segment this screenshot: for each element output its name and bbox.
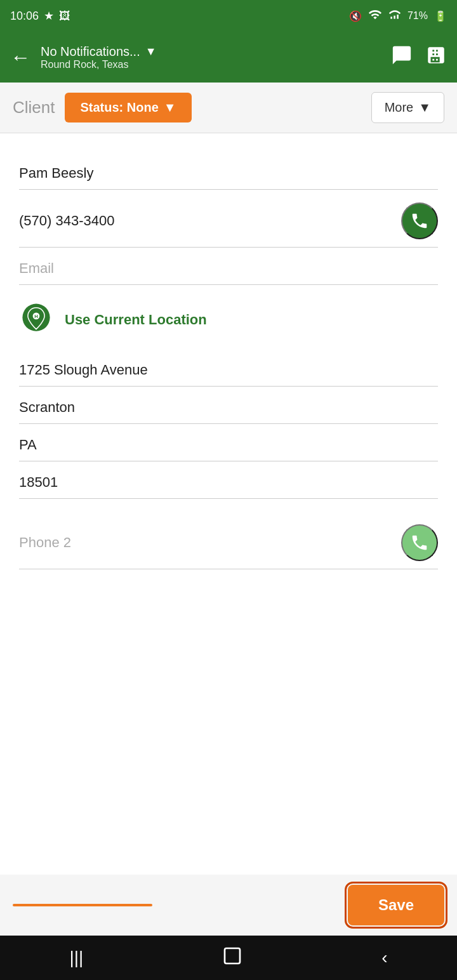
nav-bar: ||| ‹ <box>0 936 457 980</box>
back-button[interactable]: ← <box>10 46 30 69</box>
phone-call-button[interactable] <box>401 202 438 239</box>
image-icon: 🖼 <box>59 10 70 23</box>
phone-value[interactable]: (570) 343-3400 <box>19 213 401 229</box>
state-field: PA <box>19 424 438 461</box>
zip-value[interactable]: 18501 <box>19 474 438 491</box>
phone2-call-button[interactable] <box>401 524 438 561</box>
dropdown-icon[interactable]: ▼ <box>145 45 157 58</box>
back-nav-icon[interactable]: ‹ <box>381 948 387 968</box>
name-field: Pam Beesly <box>19 152 438 190</box>
home-icon[interactable] <box>222 946 242 970</box>
location-icon: H <box>19 303 53 337</box>
svg-rect-0 <box>397 15 399 19</box>
calculator-icon[interactable] <box>425 44 447 70</box>
save-button[interactable]: Save <box>348 885 444 925</box>
app-bar: ← No Notifications... ▼ Round Rock, Texa… <box>0 32 457 83</box>
svg-rect-1 <box>394 16 395 19</box>
battery-icon: 🔋 <box>434 10 447 22</box>
phone2-placeholder[interactable]: Phone 2 <box>19 534 401 551</box>
app-bar-actions <box>391 44 447 70</box>
toolbar: Client Status: None ▼ More ▼ <box>0 83 457 133</box>
progress-indicator <box>13 904 152 906</box>
client-label: Client <box>13 98 55 117</box>
title-text: No Notifications... <box>41 44 140 59</box>
status-bar-left: 10:06 ★ 🖼 <box>10 9 70 23</box>
recent-apps-icon[interactable]: ||| <box>69 948 83 968</box>
time-label: 10:06 <box>10 10 39 23</box>
star-icon: ★ <box>44 9 54 23</box>
bottom-bar: Save <box>0 875 457 936</box>
form-area: Pam Beesly (570) 343-3400 Email H Use Cu… <box>0 133 457 671</box>
chat-icon[interactable] <box>391 44 413 70</box>
app-bar-title: No Notifications... ▼ <box>41 44 391 59</box>
address-value[interactable]: 1725 Slough Avenue <box>19 362 438 378</box>
state-value[interactable]: PA <box>19 437 438 453</box>
svg-rect-6 <box>225 948 240 963</box>
more-label: More <box>385 100 414 115</box>
location-row[interactable]: H Use Current Location <box>19 285 438 349</box>
city-field: Scranton <box>19 387 438 424</box>
status-button[interactable]: Status: None ▼ <box>65 93 191 122</box>
city-value[interactable]: Scranton <box>19 399 438 416</box>
address-field: 1725 Slough Avenue <box>19 349 438 387</box>
app-bar-title-group: No Notifications... ▼ Round Rock, Texas <box>41 44 391 70</box>
zip-field: 18501 <box>19 461 438 499</box>
status-dropdown-icon: ▼ <box>164 100 176 115</box>
location-label: Use Current Location <box>65 312 207 328</box>
app-bar-subtitle: Round Rock, Texas <box>41 59 391 70</box>
phone2-field: Phone 2 <box>19 512 438 569</box>
svg-text:H: H <box>34 314 38 319</box>
status-label: Status: None <box>80 100 158 115</box>
email-placeholder[interactable]: Email <box>19 260 438 277</box>
mute-icon: 🔇 <box>349 10 362 22</box>
email-field: Email <box>19 248 438 285</box>
status-bar-right: 🔇 71% 🔋 <box>349 8 447 24</box>
signal-icon <box>388 8 401 23</box>
more-button[interactable]: More ▼ <box>371 92 444 123</box>
wifi-icon <box>368 8 382 24</box>
more-dropdown-icon: ▼ <box>418 100 431 115</box>
status-bar: 10:06 ★ 🖼 🔇 71% 🔋 <box>0 0 457 32</box>
name-value[interactable]: Pam Beesly <box>19 165 438 182</box>
battery-label: 71% <box>407 10 428 22</box>
svg-rect-2 <box>390 17 392 18</box>
phone-field: (570) 343-3400 <box>19 190 438 248</box>
